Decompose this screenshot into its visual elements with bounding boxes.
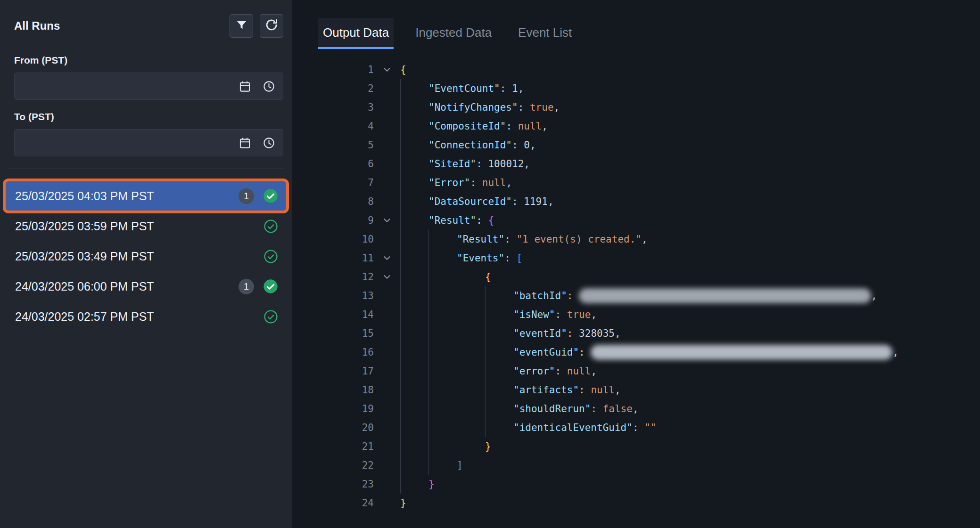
json-token-key: "shouldRerun"	[513, 399, 591, 418]
from-field-icons	[239, 73, 275, 99]
line-number: 16	[293, 343, 374, 362]
run-timestamp: 25/03/2025 03:59 PM PST	[15, 219, 154, 233]
json-line: 4"CompositeId": null,	[293, 117, 980, 136]
tab-ingested-data[interactable]: Ingested Data	[411, 18, 496, 49]
tab-output-data[interactable]: Output Data	[318, 18, 394, 49]
indent-guide	[400, 136, 428, 154]
json-code: "eventId": 328035,	[513, 324, 621, 343]
json-line: 3"NotifyChanges": true,	[293, 98, 980, 117]
indent-guide	[428, 456, 457, 475]
line-number: 12	[293, 268, 374, 286]
clock-icon[interactable]	[263, 137, 275, 149]
chevron-slot	[374, 192, 400, 211]
chevron-slot	[374, 381, 400, 399]
success-check-outline-icon	[263, 309, 279, 325]
line-number: 6	[293, 154, 374, 173]
calendar-icon[interactable]	[239, 80, 251, 93]
json-token-punc: :	[470, 173, 482, 192]
chevron-slot	[374, 136, 400, 154]
indent-guide	[428, 381, 457, 399]
chevron-slot	[374, 418, 400, 437]
collapse-chevron-icon[interactable]	[374, 249, 400, 268]
clock-icon[interactable]	[263, 80, 275, 93]
collapse-chevron-icon[interactable]	[374, 268, 400, 286]
json-token-punc: :	[512, 136, 524, 154]
indent-guide	[485, 305, 513, 324]
json-code: ]	[457, 456, 463, 475]
json-token-punc: ,	[554, 98, 560, 117]
tab-event-list[interactable]: Event List	[513, 18, 576, 49]
calendar-icon[interactable]	[239, 137, 251, 149]
indent-guide	[457, 399, 485, 418]
indent-guide	[400, 117, 428, 136]
indent-guide	[457, 324, 485, 343]
json-line: 8"DataSourceId": 1191,	[293, 192, 980, 211]
indent-guide	[400, 154, 428, 173]
line-number: 21	[293, 437, 374, 456]
indent-guide	[457, 381, 485, 399]
run-list-item[interactable]: 25/03/2025 03:59 PM PST	[6, 211, 286, 241]
json-token-punc: :	[476, 154, 488, 173]
json-code: "ConnectionId": 0,	[428, 136, 536, 154]
line-number: 17	[293, 362, 374, 381]
line-number: 4	[293, 117, 374, 136]
run-list-item[interactable]: 24/03/2025 02:57 PM PST	[6, 302, 286, 331]
json-token-key: "SiteId"	[428, 154, 476, 173]
indent-guide	[457, 305, 485, 324]
indent-guide	[400, 418, 428, 437]
line-number: 18	[293, 381, 374, 399]
json-token-punc: :	[518, 98, 530, 117]
indent-guide	[400, 362, 428, 381]
chevron-slot	[374, 362, 400, 381]
indent-guide	[400, 286, 428, 305]
line-number: 1	[293, 60, 374, 79]
line-number: 9	[293, 211, 374, 230]
indent-guide	[428, 286, 457, 305]
refresh-button[interactable]	[260, 14, 283, 38]
indent-guide	[400, 343, 428, 362]
indent-guide	[400, 268, 428, 286]
line-number: 13	[293, 286, 374, 305]
json-token-kw: null	[567, 362, 591, 381]
json-line: 19"shouldRerun": false,	[293, 399, 980, 418]
json-token-punc: :	[512, 192, 524, 211]
json-line: 16"eventGuid": ,	[293, 343, 980, 362]
filter-funnel-icon	[235, 19, 248, 33]
chevron-slot	[374, 494, 400, 512]
json-line: 20"identicalEventGuid": ""	[293, 418, 980, 437]
json-token-punc: ,	[524, 154, 530, 173]
json-line: 23}	[293, 475, 980, 494]
json-token-kw: false	[603, 399, 633, 418]
chevron-slot	[374, 173, 400, 192]
chevron-slot	[374, 286, 400, 305]
collapse-chevron-icon[interactable]	[374, 60, 400, 79]
filter-button[interactable]	[230, 14, 253, 38]
json-token-kw: null	[482, 173, 506, 192]
indent-guide	[400, 381, 428, 399]
run-timestamp: 25/03/2025 04:03 PM PST	[15, 189, 154, 203]
json-token-punc: ,	[506, 173, 512, 192]
indent-guide	[428, 399, 457, 418]
indent-guide	[400, 456, 428, 475]
json-code: {	[400, 60, 406, 79]
run-list-item[interactable]: 25/03/2025 03:49 PM PST	[6, 242, 286, 271]
json-code: }	[428, 475, 435, 494]
refresh-icon	[264, 18, 279, 34]
json-token-str: "1 event(s) created."	[516, 230, 642, 249]
indent-guide	[485, 343, 513, 362]
json-token-kw: true	[567, 305, 591, 324]
from-label: From (PST)	[14, 55, 283, 66]
json-token-b1: }	[400, 494, 406, 512]
chevron-slot	[374, 343, 400, 362]
redacted-value	[591, 345, 892, 360]
collapse-chevron-icon[interactable]	[374, 211, 400, 230]
json-token-key: "isNew"	[513, 305, 555, 324]
run-list-item[interactable]: 24/03/2025 06:00 PM PST1	[6, 272, 286, 301]
json-token-punc: :	[567, 286, 579, 305]
indent-guide	[457, 418, 485, 437]
indent-guide	[400, 437, 428, 456]
json-token-key: "Result"	[457, 230, 504, 249]
json-token-num: 1	[512, 79, 518, 98]
json-token-punc: :	[555, 362, 567, 381]
run-list-item[interactable]: 25/03/2025 04:03 PM PST1	[6, 181, 286, 211]
